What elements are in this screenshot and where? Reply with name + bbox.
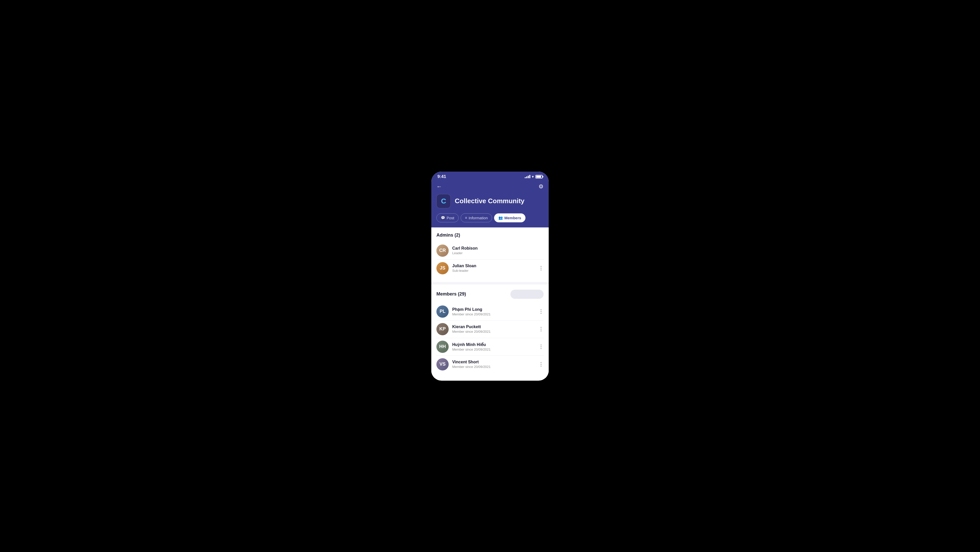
information-icon: ≡ <box>465 216 467 220</box>
kieran-info: Kieran Puckett Member since 20/09/2021 <box>452 325 535 333</box>
phone-frame: 9:41 ▾ ← ⚙ C Collective Community <box>431 171 549 381</box>
content-area: Admins (2) CR Carl Robison Leader JS Jul… <box>431 227 549 378</box>
status-icons: ▾ <box>525 174 542 179</box>
community-logo: C <box>436 194 451 208</box>
admin-row-carl: CR Carl Robison Leader <box>436 242 544 259</box>
avatar-pham: PL <box>436 305 449 318</box>
kieran-more-button[interactable] <box>538 326 544 333</box>
carl-name: Carl Robison <box>452 246 544 251</box>
member-row-kieran: KP Kieran Puckett Member since 20/09/202… <box>436 320 544 338</box>
tab-post[interactable]: 💬 Post <box>436 213 458 222</box>
vincent-name: Vincent Short <box>452 360 535 364</box>
huynh-info: Huỳnh Minh Hiếu Member since 20/09/2021 <box>452 342 535 351</box>
members-search-button[interactable] <box>511 290 544 299</box>
members-icon: 👥 <box>498 216 503 220</box>
julian-name: Julian Sloan <box>452 263 535 268</box>
kieran-role: Member since 20/09/2021 <box>452 330 535 333</box>
tab-members[interactable]: 👥 Members <box>494 213 525 222</box>
admin-row-julian: JS Julian Sloan Sub-leader <box>436 259 544 277</box>
member-row-vincent: VS Vincent Short Member since 20/09/2021 <box>436 355 544 373</box>
avatar-carl: CR <box>436 244 449 257</box>
tabs-row: 💬 Post ≡ Information 👥 Members <box>436 213 544 222</box>
nav-row: ← ⚙ <box>436 183 544 190</box>
huynh-more-button[interactable] <box>538 343 544 350</box>
vincent-more-button[interactable] <box>538 361 544 368</box>
julian-info: Julian Sloan Sub-leader <box>452 263 535 273</box>
community-name: Collective Community <box>455 197 525 205</box>
admins-section-header: Admins (2) <box>436 233 544 238</box>
header-area: ← ⚙ C Collective Community 💬 Post ≡ Info… <box>431 181 549 227</box>
members-section: Members (29) PL Phạm Phi Long Member sin… <box>431 284 549 378</box>
pham-more-button[interactable] <box>538 308 544 315</box>
julian-more-button[interactable] <box>538 265 544 271</box>
pham-info: Phạm Phi Long Member since 20/09/2021 <box>452 307 535 316</box>
community-info: C Collective Community <box>436 194 544 208</box>
carl-info: Carl Robison Leader <box>452 246 544 255</box>
back-button[interactable]: ← <box>436 183 442 190</box>
julian-role: Sub-leader <box>452 269 535 273</box>
vincent-role: Member since 20/09/2021 <box>452 365 535 369</box>
signal-icon <box>525 175 530 178</box>
status-time: 9:41 <box>438 174 446 179</box>
tab-information[interactable]: ≡ Information <box>461 213 492 222</box>
pham-name: Phạm Phi Long <box>452 307 535 312</box>
huynh-role: Member since 20/09/2021 <box>452 347 535 351</box>
vincent-info: Vincent Short Member since 20/09/2021 <box>452 360 535 369</box>
pham-role: Member since 20/09/2021 <box>452 312 535 316</box>
admins-title: Admins (2) <box>436 233 460 238</box>
avatar-huynh: HH <box>436 341 449 353</box>
member-row-pham: PL Phạm Phi Long Member since 20/09/2021 <box>436 303 544 320</box>
tab-members-label: Members <box>504 216 521 220</box>
battery-icon <box>535 175 542 178</box>
avatar-kieran: KP <box>436 323 449 335</box>
wifi-icon: ▾ <box>532 174 534 179</box>
admins-section: Admins (2) CR Carl Robison Leader JS Jul… <box>431 227 549 282</box>
tab-post-label: Post <box>447 216 454 220</box>
avatar-vincent: VS <box>436 358 449 370</box>
kieran-name: Kieran Puckett <box>452 325 535 329</box>
post-icon: 💬 <box>441 216 445 220</box>
status-bar: 9:41 ▾ <box>431 171 549 181</box>
carl-role: Leader <box>452 251 544 255</box>
huynh-name: Huỳnh Minh Hiếu <box>452 342 535 347</box>
member-row-huynh: HH Huỳnh Minh Hiếu Member since 20/09/20… <box>436 338 544 355</box>
avatar-julian: JS <box>436 262 449 274</box>
members-title: Members (29) <box>436 292 466 297</box>
settings-button[interactable]: ⚙ <box>538 183 544 190</box>
tab-information-label: Information <box>469 216 488 220</box>
members-section-header: Members (29) <box>436 290 544 299</box>
